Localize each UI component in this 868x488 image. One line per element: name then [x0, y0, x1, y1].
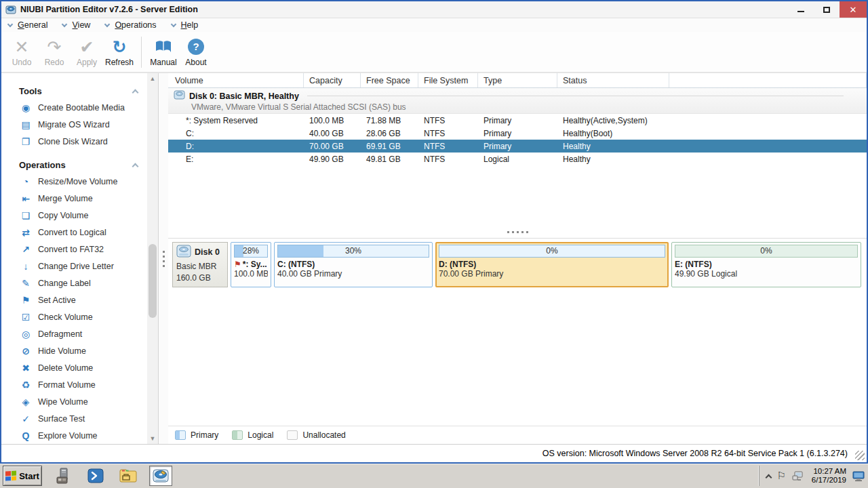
cell-type: Logical — [478, 152, 557, 165]
sidebar-item-migrate-os-wizard[interactable]: ▤Migrate OS Wizard — [1, 116, 147, 133]
sidebar-item-convert-to-fat32[interactable]: ↗Convert to FAT32 — [1, 241, 147, 258]
manual-button[interactable]: Manual — [147, 34, 180, 70]
sidebar-item-hide-volume[interactable]: ⊘Hide Volume — [1, 342, 147, 359]
sidebar-item-merge-volume[interactable]: ⇤Merge Volume — [1, 190, 147, 207]
sidebar-item-convert-to-logical[interactable]: ⇄Convert to Logical — [1, 224, 147, 241]
redo-button[interactable]: ↷ Redo — [38, 34, 71, 70]
cell-type: Primary — [478, 114, 557, 127]
legend-primary: Primary — [175, 430, 218, 440]
close-button[interactable]: ✕ — [840, 1, 867, 18]
partition-info: 100.0 MB — [234, 269, 268, 279]
hidden-eye-icon: ⊘ — [19, 346, 33, 357]
show-desktop-icon[interactable] — [852, 470, 865, 482]
menu-help[interactable]: Help — [172, 20, 199, 30]
scroll-down-arrow-icon[interactable]: ▼ — [147, 433, 158, 444]
disk-group-subtitle: VMware, VMware Virtual S Serial Attached… — [191, 102, 861, 112]
status-bar: OS version: Microsoft Windows Server 200… — [1, 444, 867, 462]
sidebar-item-label: Merge Volume — [38, 194, 93, 203]
pie-icon: ◔ — [19, 176, 33, 187]
volume-row-d-selected[interactable]: D: 70.00 GB 69.91 GB NTFS Primary Health… — [168, 140, 867, 152]
resize-grip[interactable] — [855, 451, 865, 460]
cell-volume: C: — [168, 127, 304, 140]
sidebar-item-label: Explore Volume — [38, 431, 98, 441]
export-box-icon: ↗ — [19, 244, 33, 255]
disk-group-row[interactable]: Disk 0: Basic MBR, Healthy VMware, VMwar… — [168, 88, 867, 114]
sidebar-item-create-bootable-media[interactable]: ◉Create Bootable Media — [1, 99, 147, 116]
partition-block-c[interactable]: 30% C: (NTFS) 40.00 GB Primary — [274, 242, 433, 287]
partition-label: E: (NTFS) — [675, 260, 858, 269]
column-header-capacity[interactable]: Capacity — [304, 73, 361, 87]
powershell-taskbar-icon[interactable] — [84, 466, 107, 486]
menu-view[interactable]: View — [62, 20, 90, 30]
column-header-free-space[interactable]: Free Space — [361, 73, 418, 87]
sidebar-item-label: Copy Volume — [38, 211, 88, 220]
partition-block-d-selected[interactable]: 0% D: (NTFS) 70.00 GB Primary — [435, 242, 669, 287]
sidebar-item-copy-volume[interactable]: ❏Copy Volume — [1, 207, 147, 224]
server-manager-taskbar-icon[interactable] — [52, 466, 75, 486]
active-flag-icon: ⚑ — [234, 260, 241, 269]
cell-type: Primary — [478, 140, 557, 152]
apply-button[interactable]: ✔ Apply — [71, 34, 103, 70]
sidebar-item-set-active[interactable]: ⚑Set Active — [1, 291, 147, 308]
partition-block-system-reserved[interactable]: 28% ⚑*: Sy... 100.0 MB — [231, 242, 271, 287]
menu-general[interactable]: General — [8, 20, 47, 30]
cell-file-system: NTFS — [418, 152, 478, 165]
sidebar-item-check-volume[interactable]: ☑Check Volume — [1, 308, 147, 325]
cell-free-space: 49.81 GB — [361, 152, 418, 165]
column-header-type[interactable]: Type — [478, 73, 557, 87]
operations-section-header[interactable]: Operations — [1, 157, 147, 173]
undo-button[interactable]: ✕ Undo — [5, 34, 38, 70]
sidebar-item-delete-volume[interactable]: ✖Delete Volume — [1, 359, 147, 376]
refresh-button[interactable]: ↻ Refresh — [103, 34, 136, 70]
sidebar-item-surface-test[interactable]: ✓Surface Test — [1, 410, 147, 427]
sidebar-item-change-drive-letter[interactable]: ↓Change Drive Letter — [1, 258, 147, 274]
disk-group-title: Disk 0: Basic MBR, Healthy — [189, 92, 299, 101]
volume-row-e[interactable]: E: 49.90 GB 49.81 GB NTFS Logical Health… — [168, 152, 867, 165]
action-center-flag-icon[interactable]: ⚐ — [776, 470, 785, 482]
cell-free-space: 28.06 GB — [361, 127, 418, 140]
maximize-button[interactable] — [814, 1, 840, 18]
bullseye-icon: ◎ — [19, 329, 33, 340]
sidebar-item-defragment[interactable]: ◎Defragment — [1, 325, 147, 342]
column-header-file-system[interactable]: File System — [418, 73, 478, 87]
sidebar-scrollbar[interactable]: ▲ ▼ — [147, 73, 158, 444]
partition-block-e[interactable]: 0% E: (NTFS) 49.90 GB Logical — [671, 242, 861, 287]
sidebar-item-format-volume[interactable]: ♻Format Volume — [1, 376, 147, 393]
niubi-partition-editor-taskbar-icon[interactable] — [149, 466, 172, 486]
map-splitter-handle[interactable] — [168, 227, 867, 238]
minimize-button[interactable] — [788, 1, 814, 18]
usage-percent: 0% — [439, 245, 665, 257]
column-header-status[interactable]: Status — [557, 73, 669, 87]
sidebar-item-label: Set Active — [38, 296, 76, 305]
sidebar-item-resize-move-volume[interactable]: ◔Resize/Move Volume — [1, 173, 147, 190]
disk0-block[interactable]: Disk 0 Basic MBR 160.0 GB — [172, 242, 228, 287]
partition-type-legend: Primary Logical Unallocated — [168, 426, 867, 444]
network-icon[interactable] — [791, 470, 804, 481]
recycle-icon: ♻ — [19, 380, 33, 390]
sidebar-item-change-label[interactable]: ✎Change Label — [1, 274, 147, 291]
magnifier-icon: Q — [19, 430, 33, 441]
partition-label: D: (NTFS) — [439, 260, 665, 269]
file-explorer-taskbar-icon[interactable] — [117, 466, 140, 486]
sidebar-item-explore-volume[interactable]: QExplore Volume — [1, 427, 147, 444]
menu-operations[interactable]: Operations — [105, 20, 156, 30]
clock[interactable]: 10:27 AM 6/17/2019 — [812, 467, 846, 485]
scroll-up-arrow-icon[interactable]: ▲ — [147, 73, 158, 84]
sidebar-item-label: Convert to Logical — [38, 228, 106, 237]
legend-unallocated: Unallocated — [287, 430, 345, 440]
start-button[interactable]: Start — [3, 466, 42, 486]
sidebar-item-wipe-volume[interactable]: ◈Wipe Volume — [1, 393, 147, 410]
panel-splitter-handle[interactable] — [159, 73, 168, 444]
collapse-chevron-icon — [132, 89, 139, 96]
about-button[interactable]: ? About — [180, 34, 212, 70]
cell-capacity: 40.00 GB — [304, 127, 361, 140]
cell-capacity: 100.0 MB — [304, 114, 361, 127]
sidebar-item-label: Defragment — [38, 329, 82, 339]
volume-row-c[interactable]: C: 40.00 GB 28.06 GB NTFS Primary Health… — [168, 127, 867, 140]
column-header-volume[interactable]: Volume — [168, 73, 304, 87]
scrollbar-thumb[interactable] — [149, 244, 157, 318]
volume-row-system-reserved[interactable]: *: System Reserved 100.0 MB 71.88 MB NTF… — [168, 114, 867, 127]
sidebar-item-clone-disk-wizard[interactable]: ❐Clone Disk Wizard — [1, 133, 147, 150]
show-hidden-icons-chevron[interactable] — [766, 474, 772, 481]
tools-section-header[interactable]: Tools — [1, 83, 147, 99]
